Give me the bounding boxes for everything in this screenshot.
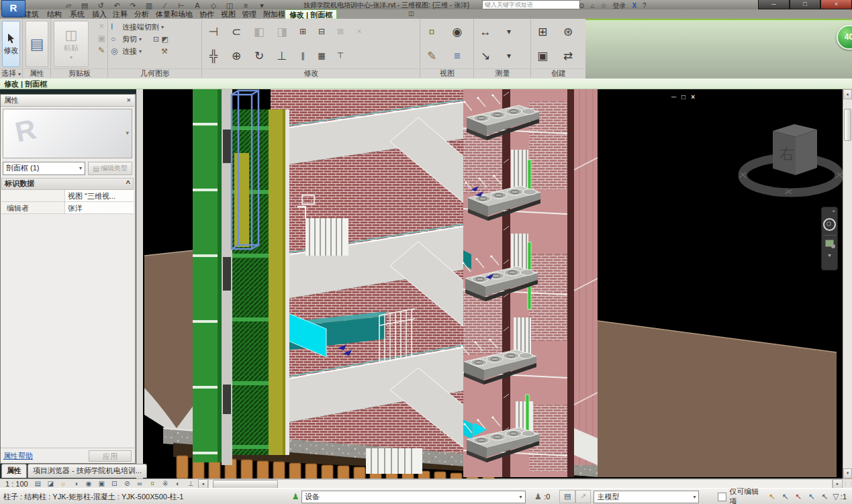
paint-brush-icon[interactable]: ✎ xyxy=(424,46,440,68)
apply-button[interactable]: 应用 xyxy=(89,450,132,462)
sync-icon[interactable]: ↺ xyxy=(96,2,105,9)
edit-type-button[interactable]: ▤ 编辑类型 xyxy=(88,162,132,175)
split-face-icon[interactable]: ◩ xyxy=(161,36,168,43)
navigation-bar[interactable]: × ▾ xyxy=(821,207,838,270)
zoom-tool-icon[interactable] xyxy=(825,240,834,247)
3d-view-icon[interactable]: ◇ xyxy=(209,2,218,9)
scroll-down-icon[interactable]: ▾ xyxy=(843,468,852,478)
measure-dropdown-icon[interactable]: ▾ xyxy=(503,21,515,44)
scroll-up-icon[interactable]: ▴ xyxy=(843,89,852,99)
design-option-arrow-icon[interactable]: ▾ xyxy=(693,494,696,500)
workset-value[interactable]: 视图 "三维视... xyxy=(65,190,134,201)
tab-structure[interactable]: 结构 xyxy=(43,9,66,19)
cut-icon[interactable]: × xyxy=(98,21,105,30)
sign-in-label[interactable]: 登录 xyxy=(612,3,626,9)
create-assembly-icon[interactable]: ⇄ xyxy=(560,46,576,68)
temporary-hide-icon[interactable]: ∞ xyxy=(136,481,144,487)
dimension-icon[interactable]: ⊢ xyxy=(177,2,186,9)
tab-massing-site[interactable]: 体量和场地 xyxy=(152,9,197,19)
active-workset-select[interactable]: 设备 ▾ xyxy=(301,491,525,503)
undo-icon[interactable]: ↶ xyxy=(112,2,122,9)
wall-joins-icon[interactable]: ⊡ xyxy=(153,36,159,43)
unpin-icon[interactable]: ⊠ xyxy=(334,21,346,44)
collapse-icon[interactable]: ^ xyxy=(126,179,130,189)
home-icon[interactable]: ⌂ xyxy=(590,3,594,9)
align-icon[interactable]: ⊣ xyxy=(205,21,222,44)
ribbon-display-toggle-icon[interactable]: ◫ xyxy=(408,10,414,17)
join-geometry-tool[interactable]: ◎连接▾ ⚒ xyxy=(109,45,201,57)
qat-dropdown-icon[interactable]: ▾ xyxy=(257,2,267,9)
worksets-icon[interactable]: ♟ xyxy=(289,492,301,501)
identity-data-header[interactable]: 标识数据 ^ xyxy=(1,178,134,190)
override-graphics-icon[interactable]: ≡ xyxy=(449,46,465,68)
open-icon[interactable]: ▱ xyxy=(64,2,73,9)
rotate-icon[interactable]: ↻ xyxy=(251,46,267,68)
search-icon[interactable]: ⊙ xyxy=(579,3,584,9)
navbar-expand-icon[interactable]: ▾ xyxy=(822,252,837,258)
view-minimize-icon[interactable]: ─ xyxy=(671,93,676,101)
design-options-icon[interactable]: ▤ xyxy=(559,490,575,503)
view-lightbulb-icon[interactable]: ¤ xyxy=(424,21,440,44)
paste-button[interactable]: ◫ 粘贴 ▾ xyxy=(54,21,89,67)
save-icon[interactable]: ▤ xyxy=(80,2,89,9)
split-element-icon[interactable]: ⊞ xyxy=(297,21,309,44)
select-underlay-icon[interactable]: ↖ xyxy=(779,492,792,501)
tab-annotate[interactable]: 注释 xyxy=(109,9,132,19)
beam-cope-tool[interactable]: I连接端切割▾ xyxy=(109,21,201,33)
filter-icon[interactable]: ▽ xyxy=(831,492,841,501)
visual-style-icon[interactable]: ◪ xyxy=(46,481,55,487)
constraints-icon[interactable]: ⊥ xyxy=(187,481,195,487)
tab-analyze[interactable]: 分析 xyxy=(130,9,153,19)
move-icon[interactable]: ╬ xyxy=(205,46,222,68)
help-icon[interactable]: ? xyxy=(643,3,647,9)
vscroll-thumb[interactable] xyxy=(844,109,851,141)
select-link-icon[interactable]: ↖ xyxy=(765,492,779,501)
editable-only-control[interactable]: 仅可编辑项 xyxy=(718,487,765,504)
drawing-area[interactable]: 右 ─ □ × × ▾ xyxy=(136,89,843,478)
maximize-button[interactable]: □ xyxy=(790,0,821,9)
vertical-scrollbar[interactable]: ▴ ▾ xyxy=(843,89,852,478)
create-similar-icon[interactable]: ⊛ xyxy=(560,21,576,44)
tab-collaborate[interactable]: 协作 xyxy=(195,9,218,19)
preview-dropdown-icon[interactable]: ▾ xyxy=(126,130,129,136)
trim-corner-icon[interactable]: ⊥ xyxy=(274,46,290,68)
select-by-face-icon[interactable]: ↖ xyxy=(805,492,818,501)
properties-toggle-button[interactable]: ▤ xyxy=(26,21,48,67)
shadows-icon[interactable]: ◑ xyxy=(72,481,81,487)
cut-geometry-tool[interactable]: ○剪切▾ ⊡ ◩ xyxy=(109,33,201,45)
editing-requests-icon[interactable]: ♟ xyxy=(532,492,545,501)
tab-modify-section-box[interactable]: 修改 | 剖面框 xyxy=(285,9,337,19)
sun-path-icon[interactable]: ☼ xyxy=(59,481,68,487)
type-selector[interactable]: 剖面框 (1) ▾ xyxy=(3,162,85,175)
palette-close-icon[interactable]: × xyxy=(127,95,131,106)
pin-icon[interactable]: ⊤ xyxy=(334,46,346,68)
tab-view[interactable]: 视图 xyxy=(217,9,240,19)
mirror-pick-axis-icon[interactable]: ◧ xyxy=(251,21,267,44)
text-icon[interactable]: A xyxy=(193,2,202,9)
detail-level-icon[interactable]: ▤ xyxy=(34,481,42,487)
select-pinned-icon[interactable]: ↖ xyxy=(792,492,805,501)
edited-by-value[interactable]: 张洋 xyxy=(65,202,134,213)
tab-systems[interactable]: 系统 xyxy=(66,9,89,19)
measure-ruler-icon[interactable]: ↔ xyxy=(477,21,493,44)
tab-project-browser[interactable]: 项目浏览器 - 技师学院机电培训... xyxy=(28,464,147,478)
design-option-select[interactable]: 主模型 ▾ xyxy=(594,491,699,503)
model-canvas[interactable]: 右 xyxy=(136,89,843,478)
scale-icon[interactable]: ▦ xyxy=(316,46,328,68)
worksharing-display-icon[interactable]: ※ xyxy=(161,481,170,487)
trim-extend-icon[interactable]: ∥ xyxy=(297,46,309,68)
workset-arrow-icon[interactable]: ▾ xyxy=(519,494,522,500)
create-parts-icon[interactable]: ▣ xyxy=(534,46,551,68)
minimize-button[interactable]: ─ xyxy=(758,0,790,9)
measure-between-icon[interactable]: ↘ xyxy=(477,46,493,68)
modify-tool-button[interactable]: 修改 xyxy=(2,21,20,67)
type-selector-arrow-icon[interactable]: ▾ xyxy=(79,162,82,174)
drag-on-selection-icon[interactable]: ↖ xyxy=(818,492,832,501)
show-crop-icon[interactable]: ⊡ xyxy=(110,481,119,487)
tab-insert[interactable]: 插入 xyxy=(88,9,111,19)
reveal-hidden-icon[interactable]: ¤ xyxy=(148,481,157,487)
tab-properties[interactable]: 属性 xyxy=(1,464,27,478)
editable-only-checkbox[interactable] xyxy=(718,493,726,501)
favorites-icon[interactable]: ☆ xyxy=(600,3,606,9)
match-type-icon[interactable]: ✎ xyxy=(98,46,105,54)
